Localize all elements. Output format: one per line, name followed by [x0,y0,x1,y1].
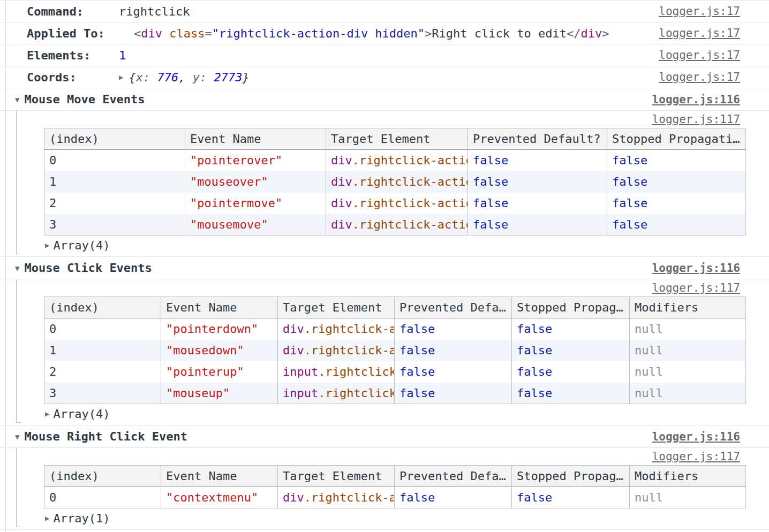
cell-modifiers: null [630,487,746,508]
cell-event-name: "contextmenu" [161,487,278,508]
source-link[interactable]: logger.js:116 [652,93,740,106]
group-header-mouse-move-events[interactable]: ▼ Mouse Move Events logger.js:116 [0,88,769,111]
console-table: (index)Event NameTarget ElementPrevented… [44,465,746,508]
expand-triangle-icon[interactable]: ▶ [45,514,49,522]
console-message-elements: Elements: 1 logger.js:17 [0,44,769,66]
column-header[interactable]: Target Element [278,466,395,487]
column-header[interactable]: Target Element [326,128,468,150]
array-expander[interactable]: ▶ Array(4) [0,404,769,423]
column-header[interactable]: Event Name [161,466,278,487]
cell-index: 1 [44,171,185,193]
console-table: (index)Event NameTarget ElementPrevented… [44,297,746,404]
column-header[interactable]: (index) [44,128,185,150]
collapse-triangle-icon[interactable]: ▼ [15,95,19,104]
attribute-name: class [169,27,205,40]
source-link[interactable]: logger.js:116 [652,430,740,443]
array-expander[interactable]: ▶ Array(4) [0,235,769,255]
column-header[interactable]: Target Element [278,297,395,318]
cell-stopped-propagation: false [607,214,746,235]
source-link[interactable]: logger.js:117 [652,282,740,294]
column-header[interactable]: (index) [44,466,161,487]
group-indent-guide [16,448,21,527]
group-title: Mouse Move Events [24,93,145,106]
table-message-row: logger.js:117 [0,111,769,128]
console-message-command: Command: rightclick logger.js:17 [0,1,769,22]
column-header[interactable]: Prevented Default? [468,128,607,150]
source-link[interactable]: logger.js:117 [652,450,740,463]
column-header[interactable]: Prevented Defa… [395,466,512,487]
source-link[interactable]: logger.js:17 [659,44,740,66]
column-header[interactable]: Prevented Defa… [395,297,512,318]
expand-triangle-icon[interactable]: ▶ [45,409,49,418]
object-preview[interactable]: {x: 776, y: 2773} [129,66,249,88]
cell-index: 0 [44,150,185,171]
group-body-mouse-right-click-event: logger.js:117 (index)Event NameTarget El… [0,448,769,530]
column-header[interactable]: Stopped Propag… [512,466,630,487]
cell-modifiers: null [630,318,746,340]
cell-stopped-propagation: false [607,171,746,193]
column-header[interactable]: Event Name [161,297,278,318]
column-header[interactable]: Event Name [185,128,326,150]
cell-target-element: div.rightclick-action [278,318,395,340]
closing-angle-bracket: </ [567,27,581,40]
cell-target-element: input.rightclick-action [278,383,395,404]
table-message-row: logger.js:117 [0,448,769,465]
html-element-preview[interactable]: <div class="rightclick-action-div hidden… [134,22,609,44]
cell-stopped-propagation: false [607,150,746,171]
applied-to-label: Applied To: [27,22,119,44]
tag-name: div [141,27,162,40]
column-header[interactable]: Modifiers [630,297,746,318]
console-table-container: (index)Event NameTarget ElementPrevented… [44,297,769,404]
cell-prevented-default: false [395,340,512,361]
cell-prevented-default: false [468,214,607,235]
source-link[interactable]: logger.js:17 [659,66,740,88]
cell-stopped-propagation: false [512,340,630,361]
group-header-mouse-right-click-event[interactable]: ▼ Mouse Right Click Event logger.js:116 [0,425,769,448]
expand-triangle-icon[interactable]: ▶ [119,66,123,88]
source-link[interactable]: logger.js:116 [652,262,740,275]
cell-stopped-propagation: false [512,361,630,383]
cell-modifiers: null [630,361,746,383]
cell-prevented-default: false [395,361,512,383]
angle-bracket: > [602,27,609,40]
collapse-triangle-icon[interactable]: ▼ [15,264,19,272]
group-body-mouse-move-events: logger.js:117 (index)Event NameTarget El… [0,111,769,257]
cell-stopped-propagation: false [607,193,746,214]
cell-event-name: "mousemove" [185,214,326,235]
table-row: 2"pointerup"input.rightclick-actionfalse… [44,361,746,383]
cell-stopped-propagation: false [512,383,630,404]
table-header-row: (index)Event NameTarget ElementPrevented… [44,297,746,318]
table-row: 1"mousedown"div.rightclick-actionfalsefa… [44,340,746,361]
angle-bracket: > [425,27,432,40]
table-row: 1"mouseover"div.rightclick-action-divfal… [44,171,746,193]
cell-prevented-default: false [468,193,607,214]
source-link[interactable]: logger.js:17 [659,22,740,44]
cell-prevented-default: false [468,150,607,171]
group-header-mouse-click-events[interactable]: ▼ Mouse Click Events logger.js:116 [0,257,769,279]
cell-target-element: input.rightclick-action [278,361,395,383]
column-header[interactable]: (index) [44,297,161,318]
cell-target-element: div.rightclick-action-div [326,150,468,171]
table-row: 2"pointermove"div.rightclick-action-divf… [44,193,746,214]
elements-label: Elements: [27,44,119,66]
column-header[interactable]: Modifiers [630,466,746,487]
group-body-mouse-click-events: logger.js:117 (index)Event NameTarget El… [0,279,769,425]
cell-prevented-default: false [395,383,512,404]
group-title: Mouse Right Click Event [24,430,187,443]
array-expander[interactable]: ▶ Array(1) [0,508,769,528]
cell-index: 0 [44,487,161,508]
console-panel: Command: rightclick logger.js:17 Applied… [0,0,769,530]
cell-target-element: div.rightclick-action [278,487,395,508]
source-link[interactable]: logger.js:117 [652,113,740,126]
source-link[interactable]: logger.js:17 [659,1,740,22]
console-message-applied-to: Applied To: <div class="rightclick-actio… [0,22,769,44]
console-table: (index)Event NameTarget ElementPrevented… [44,128,746,235]
cell-modifiers: null [630,383,746,404]
cell-event-name: "pointerdown" [161,318,278,340]
column-header[interactable]: Stopped Propag… [512,297,630,318]
command-value: rightclick [119,1,190,22]
cell-event-name: "mouseover" [185,171,326,193]
collapse-triangle-icon[interactable]: ▼ [15,432,19,441]
expand-triangle-icon[interactable]: ▶ [45,241,49,249]
column-header[interactable]: Stopped Propagati… [607,128,746,150]
